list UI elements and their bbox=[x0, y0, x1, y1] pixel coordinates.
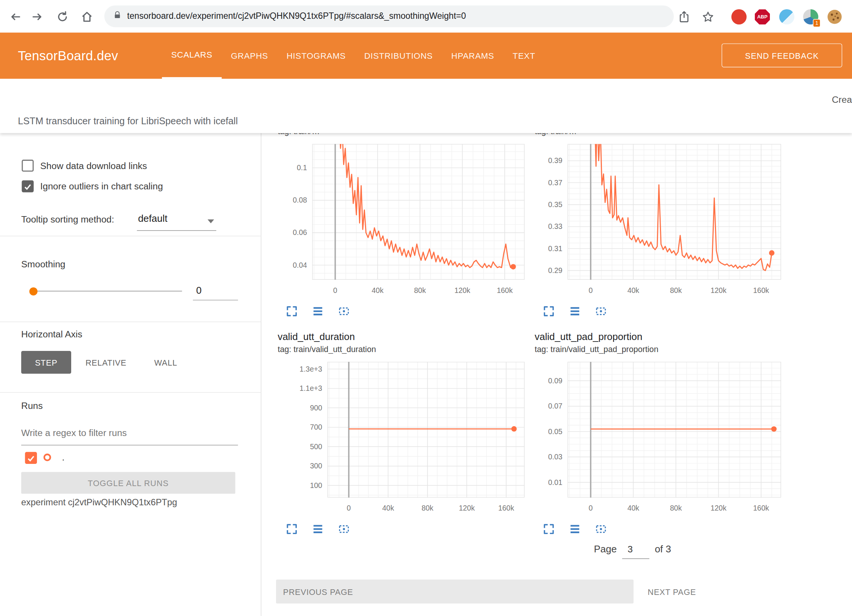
axis-step-button[interactable]: STEP bbox=[21, 351, 71, 374]
scalar-chart[interactable]: 1003005007009001.1e+31.3e+3040k80k120k16… bbox=[275, 362, 535, 517]
axis-relative-button[interactable]: RELATIVE bbox=[81, 351, 130, 374]
smoothing-label: Smoothing bbox=[21, 259, 65, 270]
run-checkbox[interactable] bbox=[25, 452, 37, 464]
svg-text:0: 0 bbox=[589, 504, 593, 512]
run-color-swatch bbox=[43, 454, 51, 461]
chevron-down-icon bbox=[208, 220, 214, 223]
fit-domain-icon[interactable] bbox=[337, 305, 351, 318]
forward-icon[interactable] bbox=[31, 10, 44, 23]
page-number-input[interactable] bbox=[622, 543, 649, 559]
svg-text:0: 0 bbox=[589, 286, 593, 294]
fit-domain-icon[interactable] bbox=[594, 523, 608, 536]
pagination: Page of 3 bbox=[594, 543, 671, 559]
svg-text:80k: 80k bbox=[670, 504, 682, 512]
abp-extension-icon[interactable]: ABP bbox=[755, 9, 770, 24]
url-text: tensorboard.dev/experiment/cj2vtPiwQHKN9… bbox=[127, 11, 466, 21]
scalar-chart[interactable]: 0.040.060.080.1040k80k120k160k bbox=[275, 144, 535, 299]
settings-sidebar: Show data download links Ignore outliers… bbox=[0, 133, 261, 616]
page-of-label: of 3 bbox=[655, 544, 671, 555]
smoothing-value-input[interactable] bbox=[193, 284, 238, 300]
run-name: . bbox=[62, 453, 64, 464]
next-page-button[interactable]: NEXT PAGE bbox=[642, 579, 701, 603]
share-icon[interactable] bbox=[678, 10, 691, 23]
data-series-icon[interactable] bbox=[568, 523, 582, 536]
tab-hparams[interactable]: HPARAMS bbox=[442, 33, 504, 79]
address-bar[interactable]: tensorboard.dev/experiment/cj2vtPiwQHKN9… bbox=[104, 5, 674, 27]
tab-scalars[interactable]: SCALARS bbox=[162, 33, 222, 79]
axis-wall-button[interactable]: WALL bbox=[144, 351, 187, 374]
smoothing-slider-thumb[interactable] bbox=[29, 287, 38, 296]
bookmark-star-icon[interactable] bbox=[701, 10, 715, 23]
previous-page-button[interactable]: PREVIOUS PAGE bbox=[276, 579, 634, 603]
chart-tag: tag: train/… bbox=[531, 133, 792, 138]
svg-text:0: 0 bbox=[347, 504, 351, 512]
adblock-extension-icon[interactable] bbox=[731, 9, 747, 24]
svg-text:0.37: 0.37 bbox=[548, 178, 562, 187]
pie-extension-icon[interactable]: 1 bbox=[803, 9, 818, 24]
smoothing-slider-track[interactable] bbox=[30, 291, 182, 292]
experiment-header: Crea LSTM transducer training for LibriS… bbox=[0, 79, 852, 133]
tab-histograms[interactable]: HISTOGRAMS bbox=[277, 33, 355, 79]
svg-text:40k: 40k bbox=[372, 286, 384, 294]
horizontal-axis-label: Horizontal Axis bbox=[21, 329, 82, 340]
cookie-avatar-icon[interactable] bbox=[827, 9, 842, 24]
tab-text[interactable]: TEXT bbox=[504, 33, 545, 79]
clipped-right-link[interactable]: Crea bbox=[832, 95, 852, 105]
fit-domain-icon[interactable] bbox=[337, 523, 351, 536]
lock-icon bbox=[113, 11, 122, 22]
svg-text:100: 100 bbox=[310, 481, 322, 489]
divider bbox=[0, 236, 261, 236]
svg-text:80k: 80k bbox=[414, 286, 426, 294]
runs-label: Runs bbox=[21, 401, 43, 412]
data-series-icon[interactable] bbox=[311, 305, 325, 318]
app-title: TensorBoard.dev bbox=[18, 33, 118, 79]
runs-filter-input[interactable] bbox=[21, 422, 238, 445]
app-header: TensorBoard.dev SCALARS GRAPHS HISTOGRAM… bbox=[0, 33, 852, 79]
scalar-chart[interactable]: 0.290.310.330.350.370.39040k80k120k160k bbox=[531, 144, 792, 299]
data-series-icon[interactable] bbox=[311, 523, 325, 536]
svg-text:120k: 120k bbox=[710, 286, 726, 294]
svg-text:120k: 120k bbox=[454, 286, 470, 294]
reload-icon[interactable] bbox=[56, 10, 69, 23]
show-download-links-label: Show data download links bbox=[40, 161, 147, 172]
chart-card-clipped-1: tag: train/… 0.040.060.080.1040k80k120k1… bbox=[275, 133, 535, 317]
show-download-links-checkbox[interactable] bbox=[22, 160, 34, 172]
experiment-title: LSTM transducer training for LibriSpeech… bbox=[18, 116, 238, 127]
back-icon[interactable] bbox=[9, 10, 22, 23]
svg-text:160k: 160k bbox=[753, 504, 769, 512]
chart-tag: tag: train/valid_utt_duration bbox=[275, 345, 535, 357]
tab-graphs[interactable]: GRAPHS bbox=[221, 33, 277, 79]
chart-title: valid_utt_pad_proportion bbox=[531, 331, 792, 345]
svg-text:1.1e+3: 1.1e+3 bbox=[299, 384, 322, 392]
chart-tag: tag: train/… bbox=[275, 133, 535, 138]
blue-extension-icon[interactable] bbox=[779, 9, 794, 24]
svg-text:0.33: 0.33 bbox=[548, 222, 562, 230]
home-icon[interactable] bbox=[81, 10, 94, 23]
toggle-all-runs-button[interactable]: TOGGLE ALL RUNS bbox=[21, 472, 235, 494]
expand-chart-icon[interactable] bbox=[542, 305, 556, 318]
svg-text:0.29: 0.29 bbox=[548, 266, 562, 274]
expand-chart-icon[interactable] bbox=[542, 523, 556, 536]
svg-text:120k: 120k bbox=[710, 504, 726, 512]
scalar-chart[interactable]: 0.010.030.050.070.09040k80k120k160k bbox=[531, 362, 792, 517]
ignore-outliers-label: Ignore outliers in chart scaling bbox=[40, 181, 163, 192]
chart-card-valid-utt-pad-proportion: valid_utt_pad_proportion tag: train/vali… bbox=[531, 331, 792, 535]
ignore-outliers-checkbox[interactable] bbox=[22, 180, 34, 192]
svg-text:0.05: 0.05 bbox=[548, 427, 562, 436]
expand-chart-icon[interactable] bbox=[285, 523, 298, 536]
svg-text:160k: 160k bbox=[497, 286, 513, 294]
page-label: Page bbox=[594, 544, 617, 555]
chart-card-clipped-2: tag: train/… 0.290.310.330.350.370.39040… bbox=[531, 133, 792, 317]
data-series-icon[interactable] bbox=[568, 305, 582, 318]
svg-text:40k: 40k bbox=[382, 504, 394, 512]
expand-chart-icon[interactable] bbox=[285, 305, 298, 318]
svg-text:120k: 120k bbox=[459, 504, 475, 512]
svg-text:80k: 80k bbox=[670, 286, 682, 294]
page: tensorboard.dev/experiment/cj2vtPiwQHKN9… bbox=[0, 0, 852, 616]
svg-text:1.3e+3: 1.3e+3 bbox=[299, 365, 322, 373]
fit-domain-icon[interactable] bbox=[594, 305, 608, 318]
svg-text:500: 500 bbox=[310, 442, 322, 451]
send-feedback-button[interactable]: SEND FEEDBACK bbox=[722, 43, 842, 67]
tab-distributions[interactable]: DISTRIBUTIONS bbox=[355, 33, 442, 79]
tooltip-sorting-select[interactable]: default bbox=[137, 211, 217, 231]
